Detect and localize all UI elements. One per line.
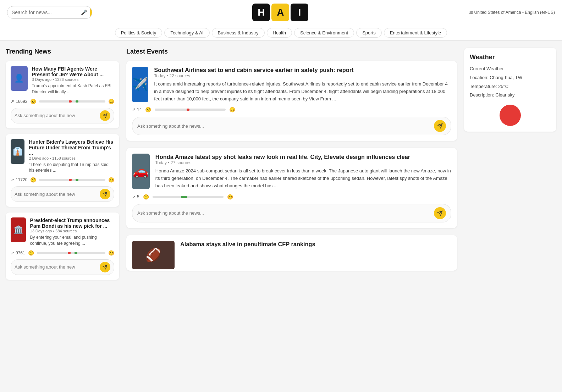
weather-section: Weather Current Weather Location: Chang-…: [464, 48, 556, 132]
locale-text: us United States of America - English (e…: [469, 10, 555, 15]
event-share-number-honda: 5: [137, 194, 139, 199]
trending-title: Trending News: [6, 48, 119, 55]
trending-card-fbi: 👤 How Many FBI Agents Were Present for J…: [6, 61, 119, 128]
event-thumb-southwest: ✈️: [132, 67, 148, 102]
trending-card-hunter: 👔 Hunter Biden's Lawyers Believe His Fut…: [6, 134, 119, 207]
share-count-fbi: ↗ 16692: [11, 99, 27, 104]
sad-emoji-fbi: 😟: [30, 99, 36, 104]
event-title-honda: Honda Amaze latest spy shot leaks new lo…: [155, 154, 451, 160]
nav-item-technology[interactable]: Technology & AI: [164, 28, 209, 38]
trending-actions-fbi: ↗ 16692 😟 😊: [11, 99, 114, 104]
weather-description: Description: Clear sky: [470, 92, 551, 99]
event-meta-southwest: Today • 22 sources: [154, 73, 451, 78]
share-number-bondi: 9761: [16, 250, 25, 255]
weather-card: Weather Current Weather Location: Chang-…: [464, 48, 556, 132]
ask-bar-hunter[interactable]: [11, 186, 114, 202]
ask-send-fbi[interactable]: [100, 110, 110, 121]
event-send-honda[interactable]: [434, 207, 446, 219]
trending-title-fbi: How Many FBI Agents Were Present for J6?…: [32, 66, 114, 77]
trending-meta-fbi: 3 Days ago • 1336 sources: [32, 77, 114, 82]
share-icon-hunter: ↗: [11, 177, 14, 182]
sentiment-bar-negative-bondi: [68, 252, 71, 254]
event-ask-bar-southwest[interactable]: [132, 117, 451, 135]
event-ask-bar-honda[interactable]: [132, 204, 451, 222]
search-input[interactable]: [7, 7, 78, 18]
event-happy-emoji-southwest: 😊: [229, 107, 235, 112]
latest-section: Latest Events ✈️ Southwest Airlines set …: [119, 48, 464, 278]
trending-thumb-hunter: 👔: [11, 139, 24, 164]
event-sad-emoji-honda: 😟: [143, 194, 149, 200]
trending-info-fbi: How Many FBI Agents Were Present for J6?…: [32, 66, 114, 95]
event-card-top-alabama: 🏈 Alabama stays alive in penultimate CFP…: [132, 241, 451, 269]
event-actions-southwest: ↗ 14 😟 😊: [132, 107, 451, 112]
ask-input-hunter[interactable]: [15, 192, 97, 197]
sentiment-bar-negative-fbi: [69, 100, 72, 103]
event-thumb-honda: 🚗: [132, 154, 150, 189]
logo-a: A: [271, 4, 289, 21]
weather-current-label: Current Weather: [470, 65, 551, 73]
sad-emoji-bondi: 😟: [28, 250, 34, 256]
nav-item-science[interactable]: Science & Environment: [294, 28, 354, 38]
share-icon: ↗: [11, 99, 14, 104]
logo-i: I: [291, 4, 308, 21]
event-happy-emoji-honda: 😊: [227, 194, 233, 200]
nav-item-entertainment[interactable]: Entertainment & Lifestyle: [384, 28, 447, 38]
ask-send-bondi[interactable]: [100, 262, 110, 272]
latest-title: Latest Events: [126, 48, 457, 55]
share-count-bondi: ↗ 9761: [11, 250, 25, 255]
event-shares-southwest: ↗ 14: [132, 107, 142, 112]
trending-title-hunter: Hunter Biden's Lawyers Believe His Futur…: [29, 139, 114, 156]
trending-thumb-bondi: 🏛️: [11, 217, 26, 242]
search-button[interactable]: [90, 6, 92, 18]
event-actions-honda: ↗ 5 😟 😊: [132, 194, 451, 200]
event-share-number-southwest: 14: [137, 107, 142, 112]
ask-bar-bondi[interactable]: [11, 259, 114, 275]
ask-input-fbi[interactable]: [15, 113, 97, 118]
nav-item-health[interactable]: Health: [267, 28, 292, 38]
locale-info: us United States of America - English (e…: [469, 10, 555, 15]
weather-sun-icon: [500, 105, 521, 126]
share-count-hunter: ↗ 11720: [11, 177, 27, 182]
trending-desc-fbi: Trump's appointment of Kash Patel as FBI…: [32, 83, 114, 95]
event-shares-honda: ↗ 5: [132, 194, 139, 199]
sentiment-bar-bondi: [37, 252, 105, 254]
nav-item-business[interactable]: Business & Industry: [212, 28, 265, 38]
event-ask-input-southwest[interactable]: [137, 123, 431, 129]
trending-section: Trending News 👤 How Many FBI Agents Were…: [6, 48, 119, 286]
event-ask-input-honda[interactable]: [137, 210, 431, 216]
weather-temperature: Temperature: 25°C: [470, 83, 551, 90]
event-thumb-alabama: 🏈: [132, 241, 175, 269]
main-layout: Trending News 👤 How Many FBI Agents Were…: [0, 41, 562, 293]
event-sentiment-pos-honda: [181, 196, 187, 198]
sad-emoji-hunter: 😟: [30, 177, 36, 183]
happy-emoji-bondi: 😊: [108, 250, 114, 256]
event-send-southwest[interactable]: [434, 120, 446, 132]
event-desc-honda: Honda Amaze 2024 sub-compact sedan is al…: [155, 167, 451, 189]
event-desc-southwest: It comes amid increasing reports of turb…: [154, 81, 451, 103]
trending-desc-hunter: "There is no disputing that Trump has sa…: [29, 162, 114, 174]
trending-actions-hunter: ↗ 11720 😟 😊: [11, 177, 114, 183]
sentiment-bar-fbi: [39, 100, 105, 103]
nav-item-politics[interactable]: Politics & Society: [115, 28, 162, 38]
event-card-honda: 🚗 Honda Amaze latest spy shot leaks new …: [126, 148, 457, 228]
ask-bar-fbi[interactable]: [11, 108, 114, 123]
logo: H A I: [252, 4, 308, 21]
share-number-fbi: 16692: [16, 99, 27, 104]
event-meta-honda: Today • 27 sources: [155, 160, 451, 165]
trending-card-top-bondi: 🏛️ President-elect Trump announces Pam B…: [11, 217, 114, 247]
trending-meta-hunter: 2 Days ago • 1158 sources: [29, 156, 114, 160]
sentiment-bar-positive-bondi: [75, 252, 77, 254]
event-title-alabama: Alabama stays alive in penultimate CFP r…: [180, 241, 315, 248]
ask-send-hunter[interactable]: [100, 189, 110, 199]
ask-input-bondi[interactable]: [15, 264, 97, 270]
trending-actions-bondi: ↗ 9761 😟 😊: [11, 250, 114, 256]
nav-bar: Politics & Society Technology & AI Busin…: [0, 25, 562, 41]
mic-icon[interactable]: 🎤: [78, 7, 90, 17]
search-bar[interactable]: 🎤: [7, 6, 92, 19]
nav-item-sports[interactable]: Sports: [356, 28, 382, 38]
event-info-southwest: Southwest Airlines set to end cabin serv…: [154, 67, 451, 103]
event-info-alabama: Alabama stays alive in penultimate CFP r…: [180, 241, 315, 269]
event-sentiment-neg-southwest: [187, 109, 189, 111]
logo-h: H: [252, 4, 270, 21]
event-sad-emoji-southwest: 😟: [145, 107, 151, 112]
